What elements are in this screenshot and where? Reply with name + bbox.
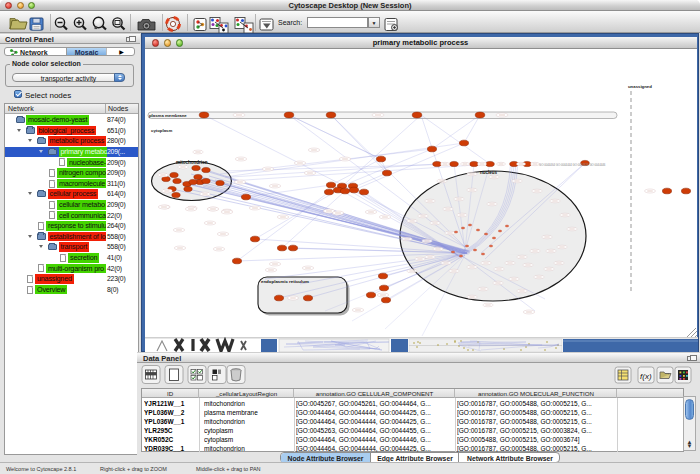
svg-text:mitochondrion: mitochondrion bbox=[176, 160, 208, 165]
svg-text:cytoplasm: cytoplasm bbox=[151, 128, 172, 133]
svg-text:nucleus: nucleus bbox=[480, 170, 498, 175]
svg-text:unassigned: unassigned bbox=[628, 84, 652, 89]
svg-text:endoplasmic reticulum: endoplasmic reticulum bbox=[261, 279, 309, 284]
svg-text:GO:0044464 GO:0044444 GO:004: GO:0044464 GO:0044444 GO:0044424 GO:0044… bbox=[539, 163, 606, 167]
svg-text:plasma membrane: plasma membrane bbox=[149, 113, 187, 118]
svg-text:f(x): f(x) bbox=[640, 372, 652, 381]
